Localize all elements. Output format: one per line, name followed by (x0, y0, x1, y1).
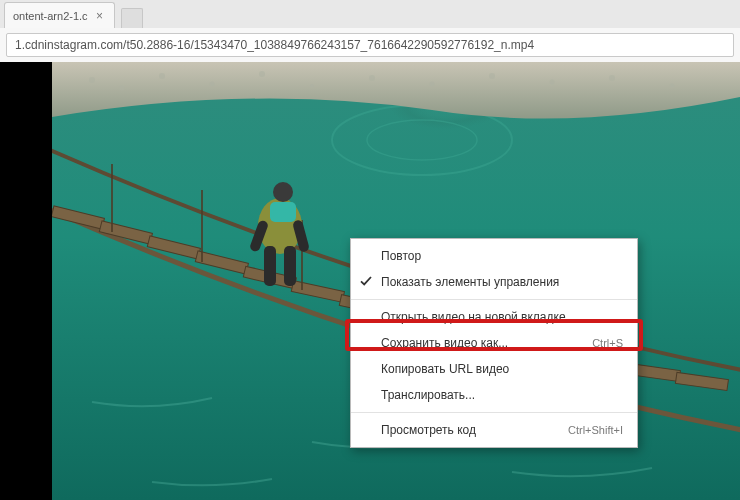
browser-tab[interactable]: ontent-arn2-1.c × (4, 2, 115, 28)
ctx-item-loop[interactable]: Повтор (351, 243, 637, 269)
svg-point-15 (670, 84, 675, 89)
ctx-item-copy-video-url[interactable]: Копировать URL видео (351, 356, 637, 382)
svg-point-40 (273, 182, 293, 202)
tab-title: ontent-arn2-1.c (13, 10, 88, 22)
ctx-shortcut: Ctrl+S (592, 337, 623, 349)
svg-point-11 (430, 82, 435, 87)
close-icon[interactable]: × (94, 10, 106, 22)
menu-separator (351, 299, 637, 300)
url-text: 1.cdninstagram.com/t50.2886-16/15343470_… (15, 38, 534, 52)
ctx-item-save-video-as[interactable]: Сохранить видео как... Ctrl+S (351, 330, 637, 356)
ctx-label: Просмотреть код (381, 423, 568, 437)
svg-rect-38 (264, 246, 276, 286)
video-context-menu: Повтор Показать элементы управления Откр… (350, 238, 638, 448)
ctx-label: Показать элементы управления (381, 275, 623, 289)
check-icon (360, 275, 372, 287)
svg-point-6 (159, 73, 165, 79)
url-bar[interactable]: 1.cdninstagram.com/t50.2886-16/15343470_… (6, 33, 734, 57)
new-tab-button[interactable] (121, 8, 143, 28)
svg-point-5 (120, 86, 125, 91)
address-row: 1.cdninstagram.com/t50.2886-16/15343470_… (0, 28, 740, 62)
svg-point-14 (609, 75, 615, 81)
page-viewport: Повтор Показать элементы управления Откр… (0, 62, 740, 500)
ctx-label: Повтор (381, 249, 623, 263)
ctx-item-cast[interactable]: Транслировать... (351, 382, 637, 408)
ctx-label: Транслировать... (381, 388, 623, 402)
svg-rect-39 (284, 246, 296, 286)
ctx-label: Сохранить видео как... (381, 336, 592, 350)
svg-point-4 (89, 77, 95, 83)
ctx-label: Копировать URL видео (381, 362, 623, 376)
ctx-item-inspect[interactable]: Просмотреть код Ctrl+Shift+I (351, 417, 637, 443)
svg-point-9 (310, 84, 314, 88)
ctx-shortcut: Ctrl+Shift+I (568, 424, 623, 436)
svg-point-10 (369, 75, 375, 81)
ctx-item-open-new-tab[interactable]: Открыть видео на новой вкладке (351, 304, 637, 330)
svg-point-8 (259, 71, 265, 77)
ctx-item-show-controls[interactable]: Показать элементы управления (351, 269, 637, 295)
menu-separator (351, 412, 637, 413)
svg-point-13 (550, 80, 555, 85)
svg-point-7 (210, 82, 215, 87)
svg-rect-37 (270, 202, 296, 222)
browser-chrome: ontent-arn2-1.c × 1.cdninstagram.com/t50… (0, 0, 740, 62)
tab-strip: ontent-arn2-1.c × (0, 0, 740, 28)
ctx-label: Открыть видео на новой вкладке (381, 310, 623, 324)
svg-point-12 (489, 73, 495, 79)
